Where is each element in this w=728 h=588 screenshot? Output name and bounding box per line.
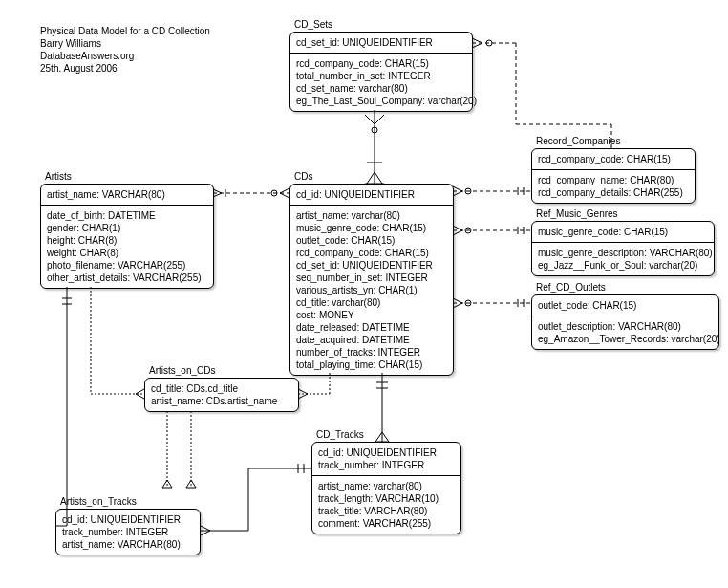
field-row: eg_The_Last_Soul_Company: varchar(20) xyxy=(296,95,466,107)
svg-line-43 xyxy=(136,394,144,399)
svg-line-6 xyxy=(375,172,382,184)
entity-title: CD_Sets xyxy=(294,19,332,30)
entity-cds: CDs cd_id: UNIQUEIDENTIFIER artist_name:… xyxy=(289,184,454,376)
entity-title: Ref_CD_Outlets xyxy=(536,282,606,293)
pk-row: music_genre_code: CHAR(15) xyxy=(538,226,708,238)
field-row: gender: CHAR(1) xyxy=(47,222,207,234)
field-row: outlet_code: CHAR(15) xyxy=(296,234,447,247)
pk-row: artist_name: VARCHAR(80) xyxy=(47,188,207,201)
svg-point-3 xyxy=(372,127,377,133)
entity-artists-on-cds: Artists_on_CDs cd_title: CDs.cd_title ar… xyxy=(144,378,299,412)
svg-line-13 xyxy=(472,43,482,48)
entity-title: Record_Companies xyxy=(536,136,620,146)
pk-row: cd_id: UNIQUEIDENTIFIER xyxy=(318,446,455,459)
title: Physical Data Model for a CD Collection xyxy=(40,25,210,37)
svg-point-30 xyxy=(465,300,471,306)
pk-row: artist_name: VARCHAR(80) xyxy=(62,538,194,551)
svg-line-58 xyxy=(167,480,172,488)
entity-ref-cd-outlets: Ref_CD_Outlets outlet_code: CHAR(15) out… xyxy=(531,294,719,350)
field-row: comment: VARCHAR(255) xyxy=(318,517,455,530)
svg-line-37 xyxy=(280,188,289,193)
field-row: cd_set_id: UNIQUEIDENTIFIER xyxy=(296,259,447,272)
field-row: cost: MONEY xyxy=(296,309,447,321)
field-row: height: CHAR(8) xyxy=(47,234,207,247)
entity-title: Artists_on_Tracks xyxy=(60,496,137,507)
pk-row: track_number: INTEGER xyxy=(318,459,455,471)
svg-line-28 xyxy=(453,298,462,303)
field-row: date_acquired: DATETIME xyxy=(296,334,447,346)
field-row: music_genre_description: VARCHAR(80) xyxy=(538,247,708,259)
pk-row: cd_id: UNIQUEIDENTIFIER xyxy=(62,513,194,526)
svg-line-29 xyxy=(453,303,462,308)
field-row: eg_Jazz__Funk_or_Soul: varchar(20) xyxy=(538,259,708,272)
field-row: various_artists_yn: CHAR(1) xyxy=(296,284,447,296)
svg-line-16 xyxy=(453,186,462,191)
field-row: music_genre_code: CHAR(15) xyxy=(296,222,447,234)
pk-row: cd_id: UNIQUEIDENTIFIER xyxy=(296,188,447,201)
svg-line-69 xyxy=(201,526,210,531)
svg-line-34 xyxy=(213,189,222,193)
svg-point-24 xyxy=(465,228,471,233)
pk-row: cd_set_id: UNIQUEIDENTIFIER xyxy=(296,36,466,49)
author: Barry Williams xyxy=(40,37,210,50)
field-row: artist_name: varchar(80) xyxy=(318,480,455,492)
svg-line-46 xyxy=(298,389,308,394)
svg-line-38 xyxy=(280,193,289,198)
svg-line-5 xyxy=(367,172,375,184)
entity-title: Ref_Music_Genres xyxy=(536,208,618,219)
svg-line-70 xyxy=(201,531,210,535)
entity-cd-sets: CD_Sets cd_set_id: UNIQUEIDENTIFIER rcd_… xyxy=(289,32,473,112)
field-row: rcd_company_code: CHAR(15) xyxy=(296,247,447,259)
svg-line-61 xyxy=(191,480,196,488)
field-row: number_of_tracks: INTEGER xyxy=(296,346,447,359)
field-row: cd_title: varchar(80) xyxy=(296,296,447,309)
entity-title: CD_Tracks xyxy=(316,429,364,440)
svg-line-12 xyxy=(472,38,482,43)
svg-point-14 xyxy=(486,40,492,46)
header-block: Physical Data Model for a CD Collection … xyxy=(40,25,210,75)
field-row: eg_Amazon__Tower_Records: varchar(20) xyxy=(538,333,713,345)
field-row: rcd_company_name: CHAR(80) xyxy=(538,174,689,186)
field-row: other_artist_details: VARCHAR(255) xyxy=(47,272,207,284)
org: DatabaseAnswers.org xyxy=(40,50,210,62)
field-row: track_length: VARCHAR(10) xyxy=(318,492,455,505)
field-row: total_number_in_set: INTEGER xyxy=(296,70,466,82)
entity-ref-music-genres: Ref_Music_Genres music_genre_code: CHAR(… xyxy=(531,221,715,276)
entity-record-companies: Record_Companies rcd_company_code: CHAR(… xyxy=(531,148,696,204)
field-row: date_released: DATETIME xyxy=(296,321,447,334)
svg-line-2 xyxy=(375,115,384,124)
svg-line-1 xyxy=(365,115,375,124)
svg-point-39 xyxy=(271,190,277,196)
pk-row: track_number: INTEGER xyxy=(62,526,194,538)
entity-cd-tracks: CD_Tracks cd_id: UNIQUEIDENTIFIER track_… xyxy=(311,442,461,534)
pk-row: rcd_company_code: CHAR(15) xyxy=(538,153,689,165)
entity-title: CDs xyxy=(294,171,312,182)
svg-line-60 xyxy=(186,480,191,488)
entity-artists: Artists artist_name: VARCHAR(80) date_of… xyxy=(40,184,214,289)
svg-line-42 xyxy=(136,389,144,394)
svg-line-53 xyxy=(382,432,389,442)
field-row: cd_set_name: varchar(80) xyxy=(296,82,466,95)
field-row: outlet_description: VARCHAR(80) xyxy=(538,320,713,333)
field-row: track_title: VARCHAR(80) xyxy=(318,505,455,517)
pk-row: cd_title: CDs.cd_title xyxy=(151,382,292,395)
pk-row: outlet_code: CHAR(15) xyxy=(538,299,713,312)
field-row: weight: CHAR(8) xyxy=(47,247,207,259)
svg-line-17 xyxy=(453,191,462,196)
svg-point-18 xyxy=(465,188,471,194)
svg-line-52 xyxy=(375,432,382,442)
field-row: seq_number_in_set: INTEGER xyxy=(296,272,447,284)
field-row: rcd_company_details: CHAR(255) xyxy=(538,186,689,199)
entity-artists-on-tracks: Artists_on_Tracks cd_id: UNIQUEIDENTIFIE… xyxy=(55,509,201,555)
field-row: artist_name: varchar(80) xyxy=(296,209,447,222)
field-row: date_of_birth: DATETIME xyxy=(47,209,207,222)
field-row: photo_filename: VARCHAR(255) xyxy=(47,259,207,272)
svg-line-23 xyxy=(453,230,462,235)
pk-row: artist_name: CDs.artist_name xyxy=(151,395,292,407)
entity-title: Artists_on_CDs xyxy=(149,365,215,376)
field-row: rcd_company_code: CHAR(15) xyxy=(296,57,466,70)
entity-title: Artists xyxy=(45,171,72,182)
svg-line-22 xyxy=(453,226,462,230)
field-row: total_playing_time: CHAR(15) xyxy=(296,359,447,371)
svg-line-57 xyxy=(162,480,167,488)
